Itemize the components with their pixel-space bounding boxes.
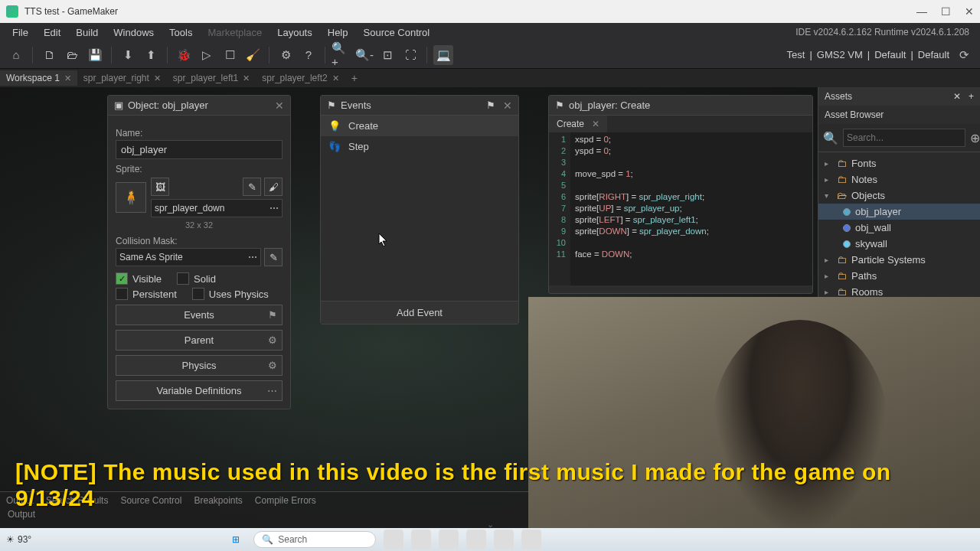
tab-label: spr_player_left1 xyxy=(173,73,238,83)
add-icon[interactable]: ⊕ xyxy=(970,130,980,145)
tree-obj-wall[interactable]: obj_wall xyxy=(818,220,980,236)
persistent-checkbox[interactable] xyxy=(116,288,128,300)
close-icon[interactable]: ✕ xyxy=(154,73,161,83)
run-button[interactable]: ▷ xyxy=(197,45,217,65)
stop-button[interactable]: ☐ xyxy=(220,45,240,65)
open-button[interactable]: 🗁 xyxy=(62,45,82,65)
add-asset-button[interactable]: + xyxy=(969,91,974,102)
clean-button[interactable]: 🧹 xyxy=(243,45,263,65)
tree-obj-player[interactable]: obj_player xyxy=(818,204,980,220)
assets-tab[interactable]: Assets xyxy=(825,91,852,102)
sprite-name-dropdown[interactable]: spr_player_down ⋯ xyxy=(151,199,283,217)
tree-fonts[interactable]: ▸🗀Fonts xyxy=(818,155,980,171)
save-button[interactable]: 💾 xyxy=(85,45,105,65)
import-button[interactable]: ⬇ xyxy=(118,45,138,65)
collision-mask-dropdown[interactable]: Same As Sprite ⋯ xyxy=(116,248,261,266)
physics-button[interactable]: Physics⚙ xyxy=(116,355,283,376)
taskbar-app-icon[interactable] xyxy=(439,530,459,549)
help-button[interactable]: ? xyxy=(299,45,318,65)
menu-windows[interactable]: Windows xyxy=(106,25,162,40)
taskbar-app-icon[interactable] xyxy=(466,530,486,549)
taskbar-search[interactable]: 🔍 Search xyxy=(253,531,376,548)
close-icon[interactable]: ✕ xyxy=(332,73,339,83)
tree-paths[interactable]: ▸🗀Paths xyxy=(818,268,980,284)
menu-build[interactable]: Build xyxy=(68,25,106,40)
close-button[interactable]: ✕ xyxy=(965,5,974,18)
target-default1[interactable]: Default xyxy=(874,49,906,60)
sprite-edit-button[interactable]: ✎ xyxy=(243,178,261,196)
app-icon xyxy=(6,5,18,18)
close-icon[interactable]: ✕ xyxy=(243,73,250,83)
taskbar-search-label: Search xyxy=(278,534,307,545)
target-default2[interactable]: Default xyxy=(918,49,949,60)
event-create[interactable]: 💡 Create xyxy=(321,116,518,136)
search-icon: 🔍 xyxy=(262,534,273,545)
menu-tools[interactable]: Tools xyxy=(162,25,200,40)
target-test[interactable]: Test xyxy=(787,49,805,60)
tab-spr-player-left1[interactable]: spr_player_left1 ✕ xyxy=(167,70,256,86)
taskbar-app-icon[interactable] xyxy=(411,530,431,549)
debug-button[interactable]: 🐞 xyxy=(174,45,194,65)
menu-edit[interactable]: Edit xyxy=(36,25,68,40)
close-icon[interactable]: ✕ xyxy=(503,99,512,112)
zoom-reset-button[interactable]: ⊡ xyxy=(377,45,397,65)
tab-spr-player-left2[interactable]: spr_player_left2 ✕ xyxy=(256,70,345,86)
name-label: Name: xyxy=(116,128,283,139)
target-vm[interactable]: GMS2 VM xyxy=(817,49,863,60)
events-button[interactable]: Events⚑ xyxy=(116,305,283,325)
expand-button[interactable]: ⛶ xyxy=(400,45,420,65)
code-content[interactable]: xspd = 0; yspd = 0; move_spd = 1; sprite… xyxy=(570,132,714,285)
sprite-thumbnail[interactable]: 🧍 xyxy=(116,182,146,213)
object-icon xyxy=(843,224,851,232)
add-event-button[interactable]: Add Event xyxy=(321,301,518,324)
tree-particle-systems[interactable]: ▸🗀Particle Systems xyxy=(818,252,980,268)
tree-notes[interactable]: ▸🗀Notes xyxy=(818,171,980,187)
menu-help[interactable]: Help xyxy=(320,25,356,40)
sprite-brush-button[interactable]: 🖌 xyxy=(264,178,283,196)
maximize-button[interactable]: ☐ xyxy=(941,5,951,18)
zoom-out-button[interactable]: 🔍- xyxy=(354,45,374,65)
close-icon[interactable]: ✕ xyxy=(64,73,71,83)
menu-source-control[interactable]: Source Control xyxy=(356,25,438,40)
sprite-select-button[interactable]: 🖼 xyxy=(151,178,169,196)
event-step[interactable]: 👣 Step xyxy=(321,136,518,157)
collision-edit-button[interactable]: ✎ xyxy=(264,248,283,266)
menu-layouts[interactable]: Layouts xyxy=(270,25,320,40)
object-name-input[interactable] xyxy=(116,140,283,159)
physics-checkbox[interactable] xyxy=(192,288,204,300)
home-button[interactable]: ⌂ xyxy=(6,45,26,65)
new-button[interactable]: 🗋 xyxy=(39,45,59,65)
start-button[interactable]: ⊞ xyxy=(232,534,240,545)
tree-objects[interactable]: ▾🗁Objects xyxy=(818,187,980,204)
taskbar-weather[interactable]: ☀ 93° xyxy=(6,534,31,545)
close-icon[interactable]: ✕ xyxy=(953,91,961,102)
menu-file[interactable]: File xyxy=(5,25,36,40)
taskbar-app-icon[interactable] xyxy=(494,530,514,549)
steps-icon: 👣 xyxy=(328,141,341,152)
tab-spr-player-right[interactable]: spr_player_right ✕ xyxy=(77,70,167,86)
object-editor-panel: ▣ Object: obj_player ✕ Name: Sprite: 🧍 🖼… xyxy=(107,95,291,409)
laptop-button[interactable]: 💻 xyxy=(433,45,453,65)
variable-definitions-button[interactable]: Variable Definitions⋯ xyxy=(116,380,283,401)
taskbar-app-icon[interactable] xyxy=(384,530,403,549)
flag-icon[interactable]: ⚑ xyxy=(486,99,495,111)
tree-skywall[interactable]: skywall xyxy=(818,236,980,252)
visible-checkbox[interactable]: ✓ xyxy=(116,272,128,285)
taskbar-app-icon[interactable] xyxy=(521,530,541,549)
code-tab-create[interactable]: Create ✕ xyxy=(549,116,607,132)
code-editor[interactable]: 1234567891011 xspd = 0; yspd = 0; move_s… xyxy=(549,132,812,285)
physics-label: Uses Physics xyxy=(209,289,269,300)
asset-search-input[interactable] xyxy=(843,129,965,147)
export-button[interactable]: ⬆ xyxy=(141,45,161,65)
close-icon[interactable]: ✕ xyxy=(275,99,284,112)
solid-checkbox[interactable] xyxy=(177,272,189,285)
gear-icon: ⚙ xyxy=(268,334,277,346)
zoom-in-button[interactable]: 🔍+ xyxy=(332,45,351,65)
minimize-button[interactable]: — xyxy=(916,5,927,18)
target-settings-icon[interactable]: ⟳ xyxy=(954,45,974,65)
close-icon[interactable]: ✕ xyxy=(592,119,599,129)
tab-workspace-1[interactable]: Workspace 1 ✕ xyxy=(0,70,77,86)
settings-button[interactable]: ⚙ xyxy=(276,45,296,65)
parent-button[interactable]: Parent⚙ xyxy=(116,330,283,350)
add-tab-button[interactable]: + xyxy=(345,72,364,84)
